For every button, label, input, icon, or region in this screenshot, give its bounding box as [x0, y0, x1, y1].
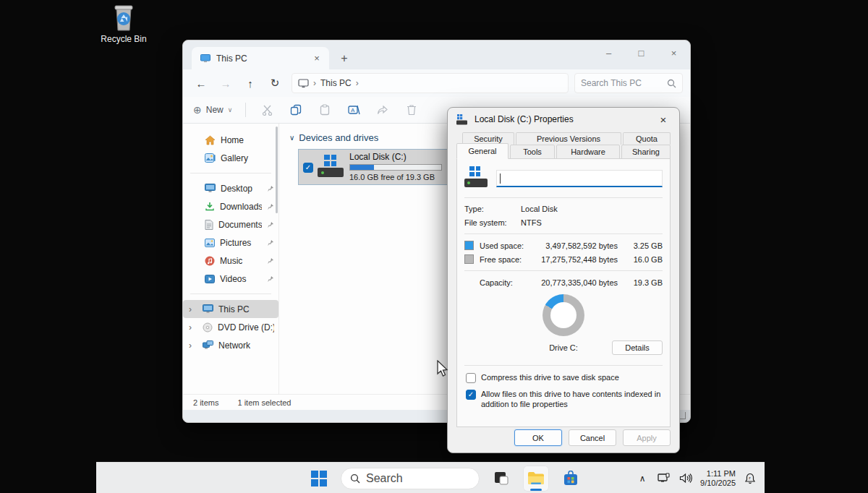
ok-button[interactable]: OK — [514, 429, 562, 446]
sidebar-item-dvd-drive[interactable]: › DVD Drive (D:) C — [183, 318, 278, 336]
drive-checkbox[interactable]: ✓ — [303, 163, 313, 173]
sidebar-item-label: Music — [220, 256, 262, 266]
tab-hardware[interactable]: Hardware — [556, 145, 620, 159]
drive-usage-bar-fill — [350, 165, 374, 170]
paste-button[interactable] — [317, 102, 333, 118]
svg-text:z: z — [749, 476, 751, 480]
taskbar: Search — [96, 462, 765, 493]
tray-chevron-up-icon[interactable]: ∧ — [635, 471, 650, 486]
tab-sharing[interactable]: Sharing — [621, 145, 671, 159]
donut-hole — [550, 302, 576, 328]
volume-label-input[interactable] — [496, 170, 663, 187]
dialog-close-icon[interactable]: × — [656, 113, 671, 126]
share-button[interactable] — [375, 102, 391, 118]
filesystem-label: File system: — [464, 218, 521, 227]
capacity-row: Capacity: 20,773,335,040 bytes 19.3 GB — [464, 278, 663, 287]
svg-text:A: A — [351, 107, 355, 113]
copy-button[interactable] — [288, 102, 304, 118]
divider — [464, 233, 663, 234]
back-button[interactable]: ← — [190, 73, 212, 93]
dialog-button-row: OK Cancel Apply — [514, 429, 671, 446]
pin-icon[interactable] — [267, 185, 274, 192]
task-view-button[interactable] — [488, 466, 514, 492]
taskbar-search[interactable]: Search — [341, 468, 480, 489]
sidebar-item-music[interactable]: Music — [183, 252, 278, 270]
store-icon — [563, 471, 579, 486]
tray-time: 1:11 PM — [700, 469, 736, 479]
forward-button[interactable]: → — [215, 73, 237, 93]
minimize-button[interactable]: – — [592, 40, 625, 65]
up-button[interactable]: ↑ — [239, 73, 261, 93]
tab-quota[interactable]: Quota — [623, 132, 671, 145]
dialog-title: Local Disk (C:) Properties — [475, 114, 650, 124]
clock[interactable]: 1:11 PM 9/10/2025 — [700, 469, 736, 488]
sidebar-item-videos[interactable]: Videos — [183, 270, 278, 288]
apply-button[interactable]: Apply — [623, 429, 671, 446]
rename-button[interactable]: A — [346, 102, 362, 118]
pin-icon[interactable] — [267, 257, 274, 265]
start-button[interactable] — [306, 466, 332, 492]
sidebar-item-downloads[interactable]: Downloads — [183, 197, 278, 215]
tab-general[interactable]: General — [456, 143, 509, 159]
free-space-row: Free space: 17,275,752,448 bytes 16.0 GB — [464, 254, 663, 264]
index-checkbox-row[interactable]: ✓ Allow files on this drive to have cont… — [466, 389, 663, 409]
new-button[interactable]: ⊕ New ∨ — [193, 104, 232, 116]
sidebar-scrollbar[interactable] — [276, 127, 278, 213]
notification-bell-icon[interactable]: z — [743, 471, 757, 486]
tab-previous-versions[interactable]: Previous Versions — [516, 132, 621, 145]
sidebar-item-pictures[interactable]: Pictures — [183, 233, 278, 252]
new-tab-button[interactable]: + — [333, 48, 355, 69]
recycle-bin[interactable]: Recycle Bin — [96, 3, 151, 44]
compress-checkbox[interactable] — [466, 373, 476, 383]
sidebar-item-label: Downloads — [220, 202, 262, 212]
close-button[interactable]: × — [658, 40, 690, 65]
tab-title: This PC — [216, 53, 305, 64]
cut-button[interactable] — [259, 102, 275, 118]
folder-icon — [527, 471, 545, 486]
breadcrumb-separator-2[interactable]: › — [356, 78, 359, 88]
delete-button[interactable] — [404, 102, 420, 118]
sidebar-item-network[interactable]: › Network — [183, 336, 278, 354]
sidebar-item-this-pc[interactable]: › This PC — [183, 300, 278, 318]
search-placeholder: Search This PC — [581, 78, 663, 88]
maximize-button[interactable]: □ — [625, 40, 658, 65]
volume-tray-icon[interactable] — [678, 471, 693, 486]
status-item-count: 2 items — [193, 398, 218, 407]
chevron-right-icon[interactable]: › — [189, 340, 197, 351]
drive-free-text: 16.0 GB free of 19.3 GB — [349, 173, 449, 181]
tab-this-pc[interactable]: This PC × — [192, 47, 329, 69]
local-disk-tile[interactable]: ✓ Local Disk (C:) 16.0 GB free of 19.3 G… — [298, 149, 454, 185]
recycle-bin-icon — [108, 3, 140, 32]
network-tray-icon[interactable] — [657, 471, 671, 486]
sidebar-item-home[interactable]: Home — [183, 131, 278, 149]
tray-date: 9/10/2025 — [700, 479, 736, 488]
tab-tools[interactable]: Tools — [510, 145, 555, 159]
microsoft-store-taskbar-icon[interactable] — [558, 466, 584, 492]
index-checkbox[interactable]: ✓ — [466, 390, 476, 400]
compress-checkbox-row[interactable]: Compress this drive to save disk space — [466, 372, 663, 383]
details-button[interactable]: Details — [612, 340, 663, 355]
drive-usage-bar — [349, 164, 442, 171]
tab-close-icon[interactable]: × — [310, 53, 323, 64]
sidebar-item-label: Pictures — [220, 238, 262, 248]
pin-icon[interactable] — [267, 275, 274, 283]
capacity-bytes: 20,773,335,040 bytes — [537, 278, 628, 287]
cancel-button[interactable]: Cancel — [569, 429, 616, 446]
file-explorer-taskbar-icon[interactable] — [523, 466, 549, 492]
refresh-button[interactable]: ↻ — [264, 73, 286, 93]
breadcrumb-this-pc[interactable]: This PC — [320, 78, 352, 88]
pin-icon[interactable] — [267, 203, 274, 210]
address-bar[interactable]: › This PC › — [292, 73, 569, 93]
chevron-right-icon[interactable]: › — [189, 322, 197, 333]
sidebar-item-desktop[interactable]: Desktop — [183, 179, 278, 197]
sidebar-item-gallery[interactable]: Gallery — [183, 149, 278, 167]
sidebar-item-documents[interactable]: Documents — [183, 215, 278, 233]
pin-icon[interactable] — [267, 239, 274, 246]
videos-icon — [205, 275, 215, 283]
free-space-bytes: 17,275,752,448 bytes — [537, 255, 628, 264]
chevron-right-icon[interactable]: › — [189, 304, 197, 314]
search-input[interactable]: Search This PC — [574, 73, 683, 93]
pin-icon[interactable] — [267, 221, 274, 228]
task-view-icon — [493, 471, 509, 486]
sidebar-item-label: This PC — [218, 304, 274, 314]
